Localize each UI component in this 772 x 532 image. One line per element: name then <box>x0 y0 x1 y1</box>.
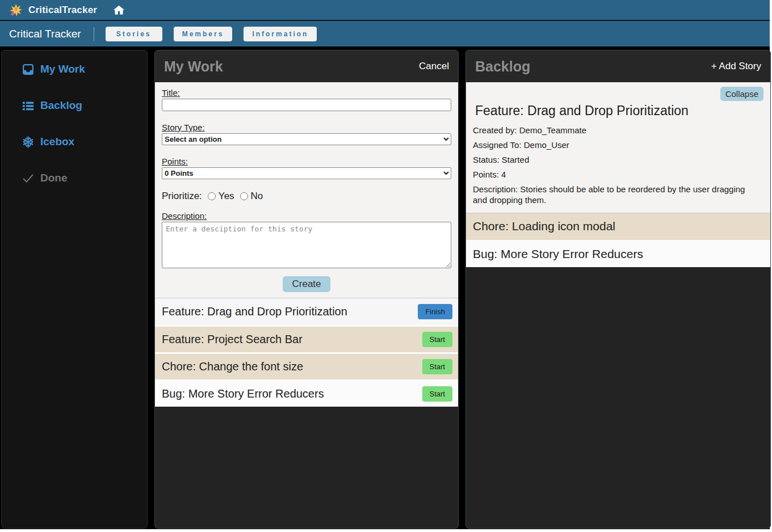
panel-title: My Work <box>164 58 223 75</box>
sidebar-item-icebox[interactable]: Icebox <box>22 136 147 148</box>
story-row[interactable]: Bug: More Story Error Reducers Start <box>155 379 458 407</box>
points-select[interactable]: 0 Points <box>162 167 451 179</box>
snowflake-icon <box>22 136 34 148</box>
points-label: Points: <box>162 157 451 166</box>
story-title: Bug: More Story Error Reducers <box>473 247 643 261</box>
story-type-select[interactable]: Select an option <box>162 133 451 145</box>
sidebar: My Work Backlog <box>1 50 148 529</box>
project-nav-bar: Critical Tracker Stories Members Informa… <box>0 21 770 47</box>
expanded-story-title[interactable]: Feature: Drag and Drop Prioritization <box>475 103 763 119</box>
collapse-button[interactable]: Collapse <box>720 87 763 101</box>
prioritize-no-option[interactable]: No <box>240 191 263 202</box>
prioritize-no-label: No <box>251 191 263 202</box>
app-title: CriticalTracker <box>28 5 97 16</box>
story-status: Status: Started <box>473 155 763 164</box>
story-assigned-to: Assigned To: Demo_User <box>473 140 763 150</box>
prioritize-label: Prioritize: <box>162 191 202 202</box>
sidebar-item-my-work[interactable]: My Work <box>22 63 147 75</box>
story-created-by: Created by: Demo_Teammate <box>473 125 763 135</box>
nav-divider <box>94 27 94 41</box>
starburst-icon <box>9 3 23 17</box>
description-label: Description: <box>162 211 451 221</box>
sidebar-item-label: Icebox <box>40 136 74 148</box>
sidebar-item-label: Backlog <box>40 99 82 112</box>
start-button[interactable]: Start <box>422 386 452 402</box>
title-input[interactable] <box>162 99 451 111</box>
finish-button[interactable]: Finish <box>418 304 452 319</box>
story-title: Feature: Drag and Drop Prioritization <box>162 305 347 318</box>
story-points: Points: 4 <box>473 170 763 179</box>
my-work-story-list: Feature: Drag and Drop Prioritization Fi… <box>155 298 458 407</box>
story-title: Chore: Change the font size <box>162 360 303 373</box>
my-work-panel-header: My Work Cancel <box>155 50 458 82</box>
story-title: Bug: More Story Error Reducers <box>162 387 324 400</box>
prioritize-group: Prioritize: Yes No <box>162 191 451 202</box>
cancel-button[interactable]: Cancel <box>419 61 449 72</box>
start-button[interactable]: Start <box>422 332 452 347</box>
sidebar-item-done[interactable]: Done <box>22 172 147 184</box>
prioritize-yes-option[interactable]: Yes <box>208 191 234 202</box>
information-button[interactable]: Information <box>244 27 317 41</box>
inbox-icon <box>22 64 34 75</box>
create-button[interactable]: Create <box>283 276 330 292</box>
collapse-row: Collapse <box>473 87 763 101</box>
members-button[interactable]: Members <box>174 27 233 41</box>
story-row[interactable]: Feature: Project Search Bar Start <box>155 325 458 352</box>
story-row[interactable]: Chore: Change the font size Start <box>155 352 458 379</box>
list-icon <box>22 100 34 112</box>
stories-button[interactable]: Stories <box>106 27 162 41</box>
story-description: Description: Stories should be able to b… <box>473 184 752 206</box>
prioritize-yes-radio[interactable] <box>208 192 216 200</box>
backlog-panel-header: Backlog + Add Story <box>466 50 770 82</box>
title-label: Title: <box>162 88 451 98</box>
story-row[interactable]: Chore: Loading icon modal <box>466 213 770 240</box>
prioritize-yes-label: Yes <box>219 191 234 202</box>
story-title: Feature: Project Search Bar <box>162 333 303 346</box>
description-textarea[interactable] <box>162 222 451 268</box>
sidebar-item-label: My Work <box>40 63 85 75</box>
start-button[interactable]: Start <box>422 359 452 374</box>
check-icon <box>22 172 34 184</box>
create-story-form: Title: Story Type: Select an option Poin… <box>155 82 458 298</box>
prioritize-no-radio[interactable] <box>240 192 248 200</box>
top-bar: CriticalTracker <box>0 0 770 21</box>
story-type-label: Story Type: <box>162 123 451 132</box>
expanded-story-card: Collapse Feature: Drag and Drop Prioriti… <box>466 82 770 213</box>
backlog-story-list: Chore: Loading icon modal Bug: More Stor… <box>466 213 770 267</box>
sidebar-item-backlog[interactable]: Backlog <box>22 99 147 112</box>
home-icon[interactable] <box>113 4 125 16</box>
story-row[interactable]: Feature: Drag and Drop Prioritization Fi… <box>155 298 458 325</box>
app-root: CriticalTracker Critical Tracker Stories… <box>0 0 770 529</box>
my-work-panel: My Work Cancel Title: Story Type: Select… <box>154 50 459 529</box>
project-title: Critical Tracker <box>9 28 81 40</box>
story-row[interactable]: Bug: More Story Error Reducers <box>466 240 770 267</box>
backlog-panel: Backlog + Add Story Collapse Feature: Dr… <box>465 50 771 529</box>
create-row: Create <box>162 276 451 293</box>
panel-title: Backlog <box>475 58 530 75</box>
sidebar-item-label: Done <box>40 172 68 184</box>
story-title: Chore: Loading icon modal <box>473 219 615 233</box>
add-story-button[interactable]: + Add Story <box>711 61 761 72</box>
